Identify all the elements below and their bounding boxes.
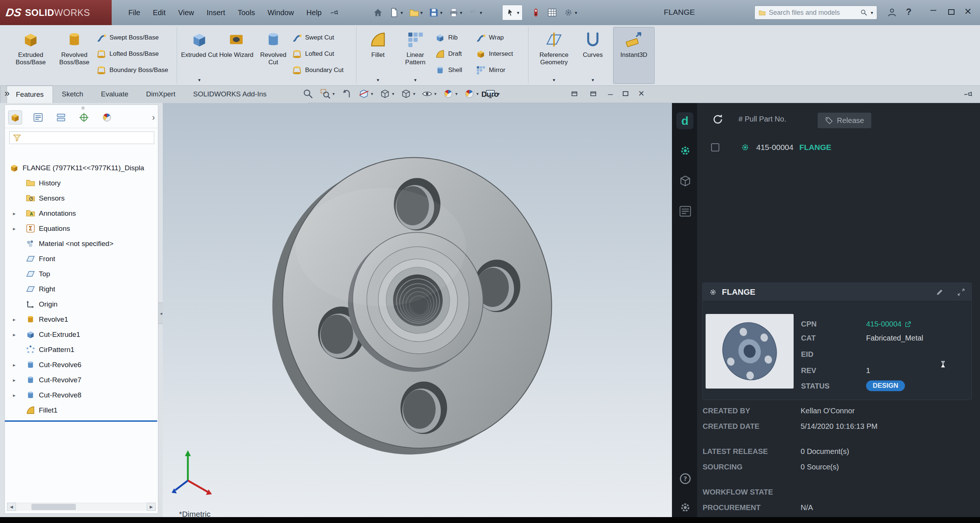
tree-item-history[interactable]: History bbox=[5, 176, 157, 190]
tree-item-cirpattern1[interactable]: CirPattern1 bbox=[5, 342, 157, 357]
lofted-cut-button[interactable]: Lofted Cut bbox=[292, 47, 352, 60]
expand-arrow-icon[interactable]: ▸ bbox=[13, 362, 25, 368]
flange-3d-model[interactable] bbox=[163, 103, 672, 517]
help-button[interactable]: ? bbox=[906, 6, 912, 17]
tree-item-cut-revolve8[interactable]: ▸ Cut-Revolve8 bbox=[5, 387, 157, 403]
tree-item-sensors[interactable]: Sensors bbox=[5, 190, 157, 206]
save-button[interactable]: ▾ bbox=[426, 5, 445, 20]
revolved-cut-button[interactable]: Revolved Cut bbox=[255, 27, 292, 84]
refresh-button[interactable] bbox=[712, 113, 725, 127]
field-value-cpn[interactable]: 415-00004 bbox=[866, 320, 911, 328]
menu-pin-icon[interactable] bbox=[329, 7, 340, 18]
tab-configuration-manager[interactable] bbox=[54, 111, 68, 124]
minimize-button[interactable]: – bbox=[931, 5, 936, 15]
mirror-button[interactable]: Mirror bbox=[476, 63, 524, 77]
scroll-left-button[interactable]: ◀ bbox=[7, 503, 16, 511]
fillet-button[interactable]: Fillet ▾ bbox=[360, 27, 396, 84]
wrap-button[interactable]: Wrap bbox=[476, 31, 524, 44]
part-checkbox[interactable] bbox=[711, 143, 719, 151]
tree-filter-input[interactable] bbox=[24, 134, 151, 141]
menu-insert[interactable]: Insert bbox=[200, 0, 232, 25]
undo-button[interactable]: ▾ bbox=[465, 5, 485, 20]
options-button[interactable]: ▾ bbox=[560, 5, 580, 20]
duro-settings-button[interactable] bbox=[678, 501, 692, 515]
tree-root-part[interactable]: FLANGE (7977K11<<7977K11)_Displa bbox=[5, 160, 157, 176]
search-icon[interactable] bbox=[860, 9, 867, 16]
tab-dimxpert-manager[interactable] bbox=[77, 111, 91, 124]
swept-cut-button[interactable]: Swept Cut bbox=[292, 31, 352, 44]
duro-bom-list-tab[interactable] bbox=[678, 204, 692, 218]
tab-feature-manager[interactable] bbox=[8, 111, 22, 124]
menu-window[interactable]: Window bbox=[261, 0, 300, 25]
revolved-boss-base-button[interactable]: Revolved Boss/Base bbox=[52, 27, 96, 84]
tree-item-front-plane[interactable]: Front bbox=[5, 251, 157, 266]
menu-view[interactable]: View bbox=[172, 0, 200, 25]
expand-arrow-icon[interactable]: ▸ bbox=[13, 377, 25, 383]
tree-item-top-plane[interactable]: Top bbox=[5, 266, 157, 281]
part-name-link[interactable]: FLANGE bbox=[799, 143, 831, 152]
user-account-icon[interactable] bbox=[887, 7, 897, 18]
select-tool-button[interactable]: ▾ bbox=[502, 5, 523, 20]
tree-item-cut-extrude1[interactable]: ▸ Cut-Extrude1 bbox=[5, 327, 157, 342]
linear-pattern-button[interactable]: Linear Pattern ▾ bbox=[396, 27, 435, 84]
swept-boss-base-button[interactable]: Swept Boss/Base bbox=[96, 31, 173, 44]
duro-logo[interactable]: d bbox=[676, 112, 694, 129]
duro-parts-tab[interactable] bbox=[678, 144, 692, 158]
search-input[interactable] bbox=[769, 9, 857, 17]
lofted-boss-base-button[interactable]: Lofted Boss/Base bbox=[96, 47, 173, 60]
part-thumbnail[interactable] bbox=[706, 314, 794, 388]
pull-part-no-button[interactable]: # Pull Part No. bbox=[738, 115, 786, 124]
print-button[interactable]: ▾ bbox=[445, 5, 466, 20]
tree-item-annotations[interactable]: ▸ Annotations bbox=[5, 206, 157, 221]
expand-arrow-icon[interactable]: ▸ bbox=[13, 211, 25, 216]
extruded-boss-base-button[interactable]: Extruded Boss/Base bbox=[9, 27, 52, 84]
scrollbar-thumb[interactable] bbox=[32, 504, 76, 510]
maximize-button[interactable] bbox=[948, 9, 955, 15]
tree-item-equations[interactable]: ▸ Equations bbox=[5, 221, 157, 236]
more-tabs-chevron[interactable]: › bbox=[152, 112, 155, 123]
tree-item-cut-revolve6[interactable]: ▸ Cut-Revolve6 bbox=[5, 357, 157, 372]
rib-button[interactable]: Rib bbox=[435, 31, 476, 44]
reference-geometry-button[interactable]: Reference Geometry ▾ bbox=[532, 27, 576, 84]
duro-help-button[interactable] bbox=[678, 472, 692, 486]
boundary-boss-base-button[interactable]: Boundary Boss/Base bbox=[96, 63, 173, 77]
scrollbar-track[interactable] bbox=[16, 503, 147, 511]
curves-button[interactable]: Curves ▾ bbox=[576, 27, 610, 84]
release-button[interactable]: Release bbox=[818, 113, 871, 128]
graphics-viewport[interactable]: *Dimetric bbox=[163, 103, 672, 517]
instant3d-button[interactable]: Instant3D bbox=[614, 27, 654, 84]
xpress-products-button[interactable] bbox=[528, 5, 544, 20]
menu-help[interactable]: Help bbox=[300, 0, 328, 25]
menu-edit[interactable]: Edit bbox=[146, 0, 172, 25]
part-list-row[interactable]: 415-00004 FLANGE bbox=[711, 142, 831, 152]
tab-display-manager[interactable] bbox=[100, 111, 113, 124]
intersect-button[interactable]: Intersect bbox=[476, 47, 524, 60]
open-button[interactable]: ▾ bbox=[406, 5, 426, 20]
expand-arrow-icon[interactable]: ▸ bbox=[13, 332, 25, 338]
shell-button[interactable]: Shell bbox=[435, 63, 476, 77]
expand-arrow-icon[interactable]: ▸ bbox=[13, 317, 25, 322]
home-button[interactable] bbox=[370, 5, 386, 20]
panel-grab-handle[interactable] bbox=[81, 106, 85, 110]
tree-item-origin[interactable]: Origin bbox=[5, 296, 157, 312]
rollback-bar[interactable] bbox=[5, 420, 157, 422]
expand-card-icon[interactable] bbox=[957, 288, 966, 296]
scroll-right-button[interactable]: ▶ bbox=[147, 503, 156, 511]
draft-button[interactable]: Draft bbox=[435, 47, 476, 60]
tab-property-manager[interactable] bbox=[32, 111, 45, 124]
menu-file[interactable]: File bbox=[122, 0, 146, 25]
extruded-cut-button[interactable]: Extruded Cut ▾ bbox=[181, 27, 218, 84]
table-button[interactable] bbox=[544, 5, 560, 20]
new-document-button[interactable]: ▾ bbox=[386, 5, 406, 20]
duro-assemblies-tab[interactable] bbox=[678, 174, 692, 188]
horizontal-scrollbar[interactable]: ◀ ▶ bbox=[7, 503, 156, 511]
expand-arrow-icon[interactable]: ▸ bbox=[13, 226, 25, 231]
expand-arrow-icon[interactable]: ▸ bbox=[13, 392, 25, 398]
search-box[interactable]: ▾ bbox=[754, 6, 877, 20]
tree-filter[interactable] bbox=[9, 132, 154, 144]
tree-item-revolve1[interactable]: ▸ Revolve1 bbox=[5, 312, 157, 327]
hole-wizard-button[interactable]: Hole Wizard bbox=[218, 27, 255, 84]
tree-item-right-plane[interactable]: Right bbox=[5, 281, 157, 296]
menu-tools[interactable]: Tools bbox=[232, 0, 261, 25]
tree-item-cut-revolve7[interactable]: ▸ Cut-Revolve7 bbox=[5, 372, 157, 387]
